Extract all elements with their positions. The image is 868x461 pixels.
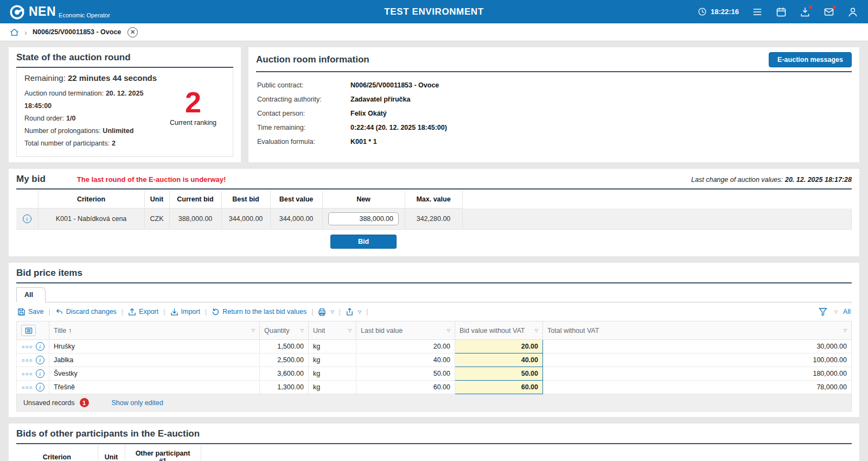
quantity-filter-icon[interactable]: ▽	[301, 328, 304, 333]
row-info-icon[interactable]: i	[36, 356, 44, 364]
item-bid-value-input[interactable]: 50.00	[455, 367, 543, 381]
title-filter-icon[interactable]: ▽	[252, 328, 255, 333]
other-bids-title: Bids of other participants in the E-auct…	[16, 428, 200, 439]
item-last-bid: 60.00	[356, 381, 455, 394]
show-only-edited-link[interactable]: Show only edited	[112, 399, 163, 407]
col-current-bid: Current bid	[169, 191, 221, 209]
current-ranking: 2 Current ranking	[161, 87, 225, 150]
col-unit: Unit	[144, 191, 169, 209]
row-info-icon[interactable]: i	[36, 383, 44, 391]
item-quantity: 1,300.00	[260, 381, 309, 394]
participants-count: Total number of participants:2	[24, 137, 161, 150]
row-menu-icon[interactable]: ○○○	[21, 384, 33, 390]
item-total: 100,000.00	[543, 353, 852, 367]
messages-button[interactable]	[824, 7, 834, 17]
row-menu-icon[interactable]: ○○○	[21, 357, 33, 363]
import-button[interactable]: Import	[170, 308, 200, 316]
calendar-button[interactable]	[776, 7, 787, 17]
import-icon	[170, 308, 178, 316]
row-menu-icon[interactable]: ○○○	[21, 371, 33, 377]
save-button[interactable]: Save	[17, 308, 44, 316]
col-total-header[interactable]: Total without VAT▽	[543, 321, 852, 340]
brand-subtitle: Economic Operator	[59, 12, 110, 18]
print-button[interactable]: ▽	[318, 308, 334, 316]
criterion-info-icon[interactable]: i	[23, 214, 31, 223]
share-button[interactable]: ▽	[346, 308, 361, 316]
bid-items-footer: Unsaved records 1 Show only edited	[16, 394, 852, 412]
row-info-icon[interactable]: i	[36, 369, 44, 378]
item-unit: kg	[309, 353, 356, 367]
my-bid-title: My bid	[16, 174, 46, 185]
total-filter-icon[interactable]: ▽	[844, 328, 847, 333]
breadcrumb-item[interactable]: N006/25/V00011853 - Ovoce	[33, 28, 121, 36]
menu-button[interactable]	[752, 7, 763, 17]
contracting-authority-row: Contracting authority: Zadavatel příručk…	[257, 92, 851, 106]
new-bid-input[interactable]	[328, 212, 399, 225]
tab-all[interactable]: All	[16, 287, 46, 302]
remaining-time: Remaining:22 minutes 44 seconds	[24, 73, 161, 83]
downloads-button[interactable]	[800, 7, 810, 17]
export-button[interactable]: Export	[128, 308, 158, 316]
col-quantity-header[interactable]: Quantity▽	[260, 321, 309, 340]
col-unit: Unit	[98, 445, 125, 461]
close-tab-icon[interactable]: ✕	[127, 27, 138, 37]
unit-cell: CZK	[144, 209, 169, 230]
row-info-icon[interactable]: i	[36, 342, 44, 351]
bid-button[interactable]: Bid	[330, 235, 397, 249]
profile-button[interactable]	[847, 7, 858, 17]
criterion-cell: K001 - Nabídková cena	[38, 209, 144, 230]
last-bid-filter-icon[interactable]: ▽	[447, 328, 450, 333]
bid-item-row: ○○○i Švestky 3,600.00 kg 50.00 50.00 180…	[17, 367, 852, 381]
row-menu-icon[interactable]: ○○○	[21, 344, 33, 350]
item-bid-value-input[interactable]: 60.00	[455, 381, 543, 394]
brand-text: NEN	[29, 4, 56, 20]
filter-dropdown-icon[interactable]: ▽	[834, 310, 838, 314]
column-settings-header	[17, 321, 49, 340]
ranking-caption: Current ranking	[161, 119, 225, 127]
col-bid-value-header[interactable]: Bid value without VAT▽	[455, 321, 543, 340]
unsaved-count-badge: 1	[80, 398, 89, 407]
my-bid-panel: My bid The last round of the E-auction i…	[9, 169, 859, 256]
item-last-bid: 20.00	[356, 340, 455, 353]
bid-value-filter-icon[interactable]: ▽	[535, 328, 538, 333]
item-bid-value-input[interactable]: 40.00	[455, 353, 543, 367]
my-bid-table: Criterion Unit Current bid Best bid Best…	[16, 191, 852, 251]
public-contract-row: Public contract: N006/25/V00011853 - Ovo…	[257, 78, 851, 92]
save-icon	[17, 308, 25, 316]
evaluation-formula-row: Evaluation formula: K001 * 1	[257, 135, 851, 149]
last-change-note: Last change of auction values:20. 12. 20…	[691, 176, 852, 184]
time-remaining-row: Time remaining: 0:22:44 (20. 12. 2025 18…	[257, 121, 851, 135]
col-title-header[interactable]: Title↑▽	[49, 321, 260, 340]
round-order: Round order:1/0	[24, 112, 161, 125]
unit-filter-icon[interactable]: ▽	[348, 328, 352, 333]
nen-logo[interactable]: NEN Economic Operator	[10, 4, 110, 20]
state-panel-title: State of the auction round	[16, 52, 131, 63]
item-quantity: 3,600.00	[260, 367, 309, 381]
home-button[interactable]	[10, 28, 19, 37]
item-unit: kg	[309, 340, 356, 353]
funnel-icon	[819, 307, 827, 316]
hamburger-icon	[752, 7, 763, 17]
bid-items-title: Bid price items	[16, 268, 82, 279]
col-last-bid-header[interactable]: Last bid value▽	[356, 321, 455, 340]
col-filler	[462, 191, 852, 209]
share-dropdown-icon: ▽	[358, 310, 361, 314]
return-last-bid-values-button[interactable]: Return to the last bid values	[212, 308, 307, 316]
filter-all-select[interactable]: All	[843, 308, 851, 315]
other-participants-panel: Bids of other participants in the E-auct…	[9, 424, 859, 461]
filter-button[interactable]	[819, 307, 827, 316]
eauction-messages-button[interactable]: E-auction messages	[769, 52, 852, 67]
discard-changes-button[interactable]: Discard changes	[55, 308, 117, 316]
item-bid-value-input[interactable]: 20.00	[455, 340, 543, 353]
export-icon	[128, 308, 136, 316]
col-other-participant: Other participant #1	[125, 445, 201, 461]
bid-items-tabstrip: All	[16, 287, 852, 302]
col-best-bid: Best bid	[221, 191, 270, 209]
col-best-value: Best value	[270, 191, 322, 209]
return-icon	[212, 308, 220, 316]
round-termination: Auction round termination:20. 12. 2025 1…	[24, 87, 161, 112]
column-chooser-button[interactable]	[21, 325, 36, 336]
col-unit-header[interactable]: Unit▽	[309, 321, 356, 340]
item-last-bid: 40.00	[356, 353, 455, 367]
top-bar: NEN Economic Operator TEST ENVIRONMENT 1…	[0, 0, 868, 23]
